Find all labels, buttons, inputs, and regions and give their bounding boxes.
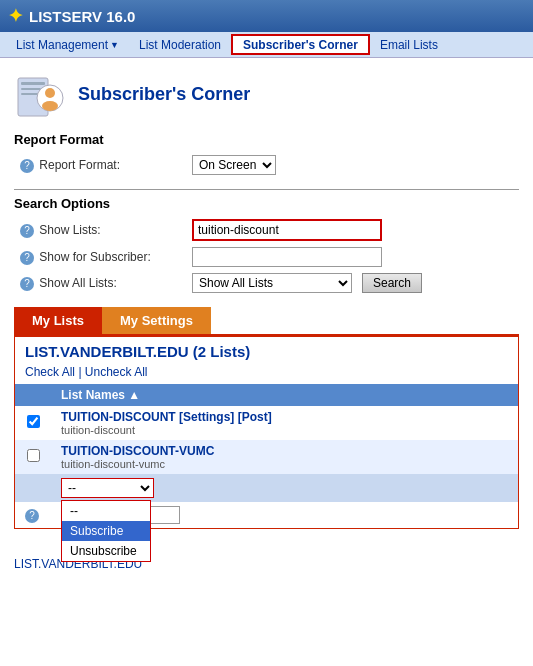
action-row: -- Subscribe Unsubscribe -- Subscribe Un… [15,474,518,502]
search-options-section: Search Options ? Show Lists: ? Show for … [14,196,519,297]
row2-checkbox[interactable] [27,449,40,462]
show-lists-help-icon[interactable]: ? [20,224,34,238]
row1-list-name[interactable]: TUITION-DISCOUNT [Settings] [Post] [61,410,272,424]
nav-bar: List Management▼ List Moderation Subscri… [0,32,533,58]
report-format-help-icon[interactable]: ? [20,159,34,173]
report-format-label: Report Format [14,132,519,147]
check-all-row: Check All | Uncheck All [15,362,518,384]
tab-my-lists[interactable]: My Lists [14,307,102,334]
show-lists-input[interactable] [192,219,382,241]
app-logo: ✦ LISTSERV 16.0 [8,5,135,27]
show-all-lists-label: ? Show All Lists: [16,271,186,295]
sc-header: Subscriber's Corner [14,68,519,120]
action-dropdown-menu: -- Subscribe Unsubscribe [61,500,151,562]
top-bar: ✦ LISTSERV 16.0 [0,0,533,32]
report-format-table: ? Report Format: On Screen Email [14,151,519,179]
show-subscriber-help-icon[interactable]: ? [20,251,34,265]
page-content: Subscriber's Corner Report Format ? Repo… [0,58,533,539]
search-options-table: ? Show Lists: ? Show for Subscriber: ? [14,215,519,297]
lists-section: LIST.VANDERBILT.EDU (2 Lists) Check All … [14,334,519,529]
show-all-lists-select[interactable]: Show All Lists Subscribed Not Subscribed [192,273,352,293]
svg-point-6 [42,101,58,111]
show-lists-label: ? Show Lists: [16,217,186,243]
show-for-subscriber-input[interactable] [192,247,382,267]
row1-checkbox[interactable] [27,415,40,428]
app-name: LISTSERV 16.0 [29,8,135,25]
search-button[interactable]: Search [362,273,422,293]
sc-icon [14,68,66,120]
search-options-label: Search Options [14,196,519,211]
tabs-row: My Lists My Settings [14,307,519,334]
uncheck-all-link[interactable]: Uncheck All [85,365,148,379]
section-divider-1 [14,189,519,190]
svg-rect-2 [21,88,41,90]
check-all-link[interactable]: Check All [25,365,75,379]
nav-list-moderation[interactable]: List Moderation [129,32,231,57]
svg-rect-1 [21,82,45,85]
table-row: TUITION-DISCOUNT [Settings] [Post] tuiti… [15,406,518,440]
row2-subtitle: tuition-discount-vumc [61,458,508,470]
row2-list-name[interactable]: TUITION-DISCOUNT-VUMC [61,444,214,458]
action-option-subscribe[interactable]: Subscribe [62,521,150,541]
nav-subscribers-corner[interactable]: Subscriber's Corner [231,34,370,55]
per-page-help-icon[interactable]: ? [25,509,39,523]
star-icon: ✦ [8,5,23,27]
subscriber-icon [14,68,66,120]
action-dropdown-wrap: -- Subscribe Unsubscribe -- Subscribe Un… [61,478,154,498]
nav-email-lists[interactable]: Email Lists [370,32,448,57]
action-option-unsubscribe[interactable]: Unsubscribe [62,541,150,561]
report-format-select[interactable]: On Screen Email [192,155,276,175]
lists-title: LIST.VANDERBILT.EDU (2 Lists) [15,337,518,362]
action-option-dash[interactable]: -- [62,501,150,521]
nav-list-management[interactable]: List Management▼ [6,32,129,57]
report-format-field-label: ? Report Format: [16,153,186,177]
page-title: Subscriber's Corner [78,84,250,105]
show-all-lists-help-icon[interactable]: ? [20,277,34,291]
svg-point-5 [45,88,55,98]
list-table: List Names ▲ TUITION-DISCOUNT [Settings]… [15,384,518,528]
table-row: TUITION-DISCOUNT-VUMC tuition-discount-v… [15,440,518,474]
col-checkbox [15,384,51,406]
row1-subtitle: tuition-discount [61,424,508,436]
show-for-subscriber-label: ? Show for Subscriber: [16,245,186,269]
dropdown-arrow-icon: ▼ [110,40,119,50]
action-select[interactable]: -- Subscribe Unsubscribe [61,478,154,498]
col-list-names: List Names ▲ [51,384,518,406]
report-format-section: Report Format ? Report Format: On Screen… [14,132,519,179]
tab-my-settings[interactable]: My Settings [102,307,211,334]
